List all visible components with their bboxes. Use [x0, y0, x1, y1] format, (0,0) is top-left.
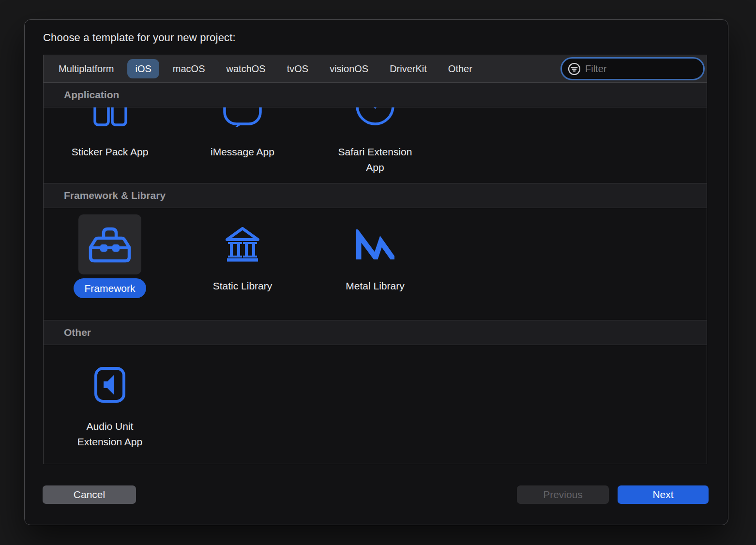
- filter-circle-icon: [568, 62, 581, 76]
- section-row-application: Sticker Pack App iMessage App: [44, 107, 707, 183]
- sticker-pack-icon: [88, 107, 132, 127]
- speaker-icon: [94, 365, 126, 406]
- template-item-static-library[interactable]: Static Library: [176, 208, 309, 320]
- section-header-framework-library: Framework & Library: [44, 183, 707, 208]
- cancel-button[interactable]: Cancel: [43, 485, 136, 504]
- imessage-bubble-icon: [220, 107, 265, 127]
- columns-building-icon: [211, 214, 274, 274]
- metal-m-icon: [344, 214, 407, 274]
- template-label: iMessage App: [211, 144, 274, 160]
- safari-compass-icon: [353, 107, 397, 127]
- tab-other[interactable]: Other: [440, 59, 480, 78]
- toolbox-icon: [78, 214, 141, 274]
- template-list: Application Sticker Pack App: [43, 83, 707, 464]
- dialog-title: Choose a template for your new project:: [43, 31, 236, 44]
- section-header-other: Other: [44, 320, 707, 345]
- template-label: Metal Library: [346, 278, 404, 294]
- platform-tab-bar: Multiplatform iOS macOS watchOS tvOS vis…: [43, 55, 707, 83]
- filter-input[interactable]: [585, 63, 697, 75]
- tab-tvos[interactable]: tvOS: [279, 59, 316, 78]
- tab-ios[interactable]: iOS: [127, 59, 159, 78]
- filter-field[interactable]: [560, 57, 705, 80]
- section-row-other: Audio Unit Extension App: [44, 345, 707, 464]
- section-row-framework-library: Framework: [44, 208, 707, 320]
- template-item-imessage-app[interactable]: iMessage App: [176, 107, 309, 183]
- template-item-safari-extension-app[interactable]: Safari Extension App: [309, 107, 441, 183]
- template-label: Safari Extension App: [338, 144, 412, 175]
- new-project-template-dialog: Choose a template for your new project: …: [24, 19, 728, 525]
- tab-macos[interactable]: macOS: [165, 59, 213, 78]
- template-item-metal-library[interactable]: Metal Library: [309, 208, 441, 320]
- template-item-audio-unit-extension-app[interactable]: Audio Unit Extension App: [44, 345, 176, 464]
- tab-watchos[interactable]: watchOS: [219, 59, 273, 78]
- next-button[interactable]: Next: [618, 485, 709, 504]
- template-label: Audio Unit Extension App: [77, 419, 142, 450]
- template-label: Sticker Pack App: [72, 144, 149, 160]
- tab-driverkit[interactable]: DriverKit: [382, 59, 435, 78]
- template-label-selected: Framework: [74, 278, 146, 298]
- section-header-application: Application: [44, 83, 707, 107]
- tab-visionos[interactable]: visionOS: [322, 59, 376, 78]
- template-item-sticker-pack-app[interactable]: Sticker Pack App: [44, 107, 176, 183]
- template-label: Static Library: [213, 278, 272, 294]
- template-item-framework[interactable]: Framework: [44, 208, 176, 320]
- tab-multiplatform[interactable]: Multiplatform: [51, 59, 121, 78]
- previous-button[interactable]: Previous: [517, 485, 609, 504]
